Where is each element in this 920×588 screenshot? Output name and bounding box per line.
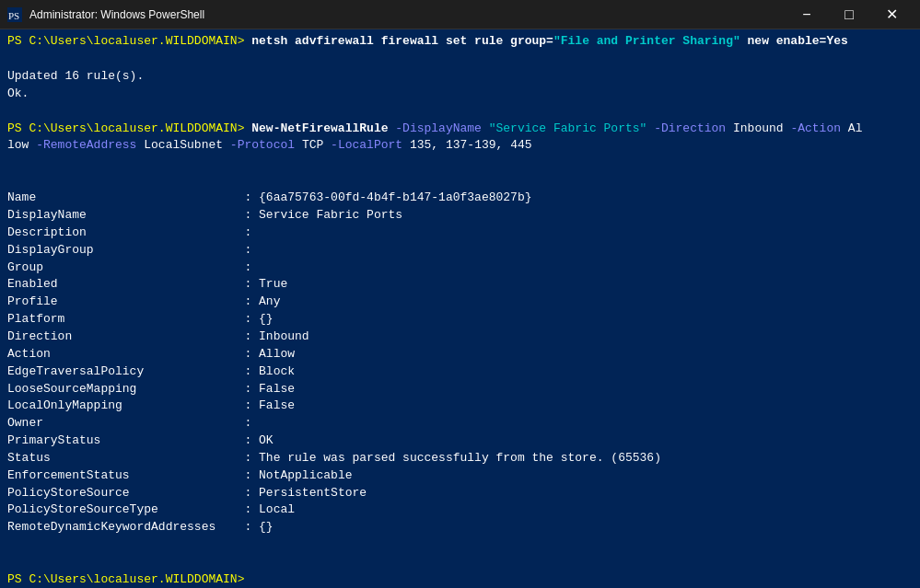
prop-displaygroup: DisplayGroup : xyxy=(7,242,913,259)
cmdlet-name: New-NetFirewallRule xyxy=(244,121,388,135)
terminal-output[interactable]: PS C:\Users\localuser.WILDDOMAIN> netsh … xyxy=(0,29,920,588)
output-updated: Updated 16 rule(s). xyxy=(7,68,913,86)
prop-policystoretype: PolicyStoreSourceType : Local xyxy=(7,502,913,519)
command-line-2b: low -RemoteAddress LocalSubnet -Protocol… xyxy=(7,137,913,155)
flag-direction: -Direction xyxy=(646,121,726,135)
final-prompt: PS C:\Users\localuser.WILDDOMAIN> xyxy=(7,571,913,588)
prop-owner: Owner : xyxy=(7,415,913,432)
prop-edge: EdgeTraversalPolicy : Block xyxy=(7,363,913,381)
prop-name: Name : {6aa75763-00fd-4b4f-b147-1a0f3ae8… xyxy=(7,190,913,207)
cmd-1: netsh advfirewall firewall set rule grou… xyxy=(244,34,847,48)
window-title: Administrator: Windows PowerShell xyxy=(29,8,786,21)
blank-5 xyxy=(7,536,913,554)
blank-4 xyxy=(7,172,913,190)
prop-displayname: DisplayName : Service Fabric Ports xyxy=(7,207,913,225)
flag-displayname: -DisplayName xyxy=(388,121,481,135)
blank-2 xyxy=(7,103,913,121)
window-controls: − □ ✕ xyxy=(786,0,913,29)
prop-enabled: Enabled : True xyxy=(7,276,913,294)
app-icon: PS xyxy=(7,7,22,22)
prop-loose: LooseSourceMapping : False xyxy=(7,381,913,398)
prompt-final: PS C:\Users\localuser.WILDDOMAIN> xyxy=(7,572,244,586)
prop-policystore: PolicyStoreSource : PersistentStore xyxy=(7,485,913,502)
blank-3 xyxy=(7,155,913,172)
val-displayname: "Service Fabric Ports" xyxy=(489,121,647,135)
flag-localport: -LocalPort xyxy=(323,138,402,152)
command-line-2: PS C:\Users\localuser.WILDDOMAIN> New-Ne… xyxy=(7,121,913,138)
flag-protocol: -Protocol xyxy=(223,138,295,152)
title-bar: PS Administrator: Windows PowerShell − □… xyxy=(0,0,920,29)
prop-remotedynamic: RemoteDynamicKeywordAddresses : {} xyxy=(7,519,913,536)
prop-action: Action : Allow xyxy=(7,346,913,363)
minimize-button[interactable]: − xyxy=(786,0,828,29)
output-ok: Ok. xyxy=(7,86,913,103)
prop-enforcement: EnforcementStatus : NotApplicable xyxy=(7,467,913,485)
command-line-1: PS C:\Users\localuser.WILDDOMAIN> netsh … xyxy=(7,33,913,51)
prompt-2: PS C:\Users\localuser.WILDDOMAIN> xyxy=(7,121,244,135)
maximize-button[interactable]: □ xyxy=(828,0,870,29)
flag-action: -Action xyxy=(784,121,841,135)
prop-group: Group : xyxy=(7,259,913,277)
close-button[interactable]: ✕ xyxy=(870,0,913,29)
powershell-window: PS Administrator: Windows PowerShell − □… xyxy=(0,0,920,588)
prop-localonly: LocalOnlyMapping : False xyxy=(7,398,913,415)
flag-remoteaddr: -RemoteAddress xyxy=(29,138,136,152)
prop-profile: Profile : Any xyxy=(7,294,913,311)
prompt-1: PS C:\Users\localuser.WILDDOMAIN> xyxy=(7,34,244,48)
prop-platform: Platform : {} xyxy=(7,311,913,329)
prop-direction: Direction : Inbound xyxy=(7,329,913,346)
prop-primarystatus: PrimaryStatus : OK xyxy=(7,432,913,450)
blank-1 xyxy=(7,51,913,68)
blank-6 xyxy=(7,554,913,571)
prop-description: Description : xyxy=(7,225,913,242)
prop-status: Status : The rule was parsed successfull… xyxy=(7,450,913,467)
svg-text:PS: PS xyxy=(8,10,19,21)
